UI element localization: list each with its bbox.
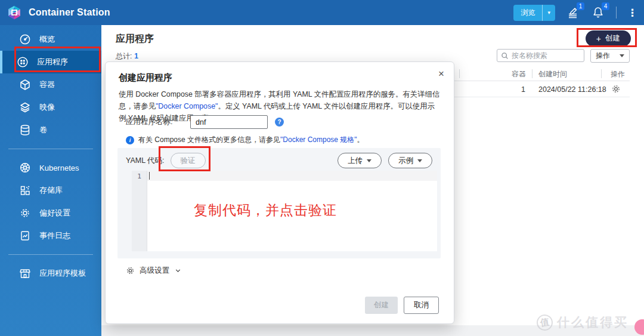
help-icon[interactable]: ? bbox=[275, 118, 284, 127]
editor-active-line bbox=[147, 171, 437, 181]
container-station-logo-icon bbox=[6, 5, 23, 20]
sidebar-item-applications[interactable]: 应用程序 bbox=[0, 51, 101, 73]
browse-caret-icon[interactable]: ▾ bbox=[542, 5, 555, 21]
info-text: 有关 Compose 文件格式的更多信息，请参见"Docker Compose … bbox=[138, 135, 364, 145]
dialog-cancel-button[interactable]: 取消 bbox=[404, 297, 439, 314]
plus-icon: + bbox=[596, 34, 601, 44]
yaml-section: YAML 代码: 验证 上传 示例 1 bbox=[117, 148, 441, 258]
sidebar-item-kubernetes[interactable]: Kubernetes bbox=[0, 156, 101, 179]
create-button-label: 创建 bbox=[605, 33, 620, 44]
application-name-row: 应用程序名称: ? bbox=[126, 115, 284, 129]
topbar-divider bbox=[616, 7, 617, 19]
dialog-footer: 创建 取消 bbox=[365, 297, 439, 314]
sidebar-item-event-logs[interactable]: 事件日志 bbox=[0, 224, 101, 247]
dialog-title: 创建应用程序 bbox=[119, 72, 172, 84]
background-tasks-button[interactable]: 1 bbox=[566, 5, 580, 20]
cell-created: 2024/05/22 11:26:18 bbox=[538, 85, 606, 94]
sidebar-item-preferences[interactable]: 偏好设置 bbox=[0, 202, 101, 224]
example-button-label: 示例 bbox=[398, 156, 413, 166]
info-text-part: 有关 Compose 文件格式的更多信息，请参见 bbox=[138, 135, 280, 144]
column-divider bbox=[459, 69, 460, 78]
sidebar-item-app-templates[interactable]: 应用程序模板 bbox=[0, 262, 101, 285]
registry-icon bbox=[19, 184, 31, 196]
chevron-down-icon bbox=[417, 159, 422, 162]
yaml-code-editor[interactable]: 1 bbox=[132, 171, 437, 251]
line-number: 1 bbox=[137, 172, 141, 180]
topbar: Container Station 浏览 ▾ 1 4 ⋮ bbox=[0, 0, 644, 25]
validate-button[interactable]: 验证 bbox=[171, 153, 206, 168]
cell-containers: 1 bbox=[521, 85, 525, 94]
close-icon[interactable]: × bbox=[438, 69, 444, 79]
chevron-down-icon bbox=[367, 159, 371, 162]
docker-compose-link[interactable]: "Docker Compose" bbox=[156, 102, 218, 110]
total-count: 总计:1 bbox=[116, 51, 138, 61]
sidebar-item-label: 映像 bbox=[39, 102, 55, 113]
sidebar: 概览 应用程序 容器 映像 卷 Kubernetes 存储库 bbox=[0, 25, 101, 336]
helm-wheel-icon bbox=[19, 162, 31, 174]
chevron-down-icon bbox=[174, 267, 182, 275]
application-name-input[interactable] bbox=[190, 115, 268, 129]
advanced-settings-toggle[interactable]: 高级设置 bbox=[126, 266, 182, 276]
page-bottom-strip bbox=[101, 325, 644, 336]
actions-dropdown-label: 操作 bbox=[596, 51, 610, 61]
search-icon bbox=[501, 52, 509, 60]
gauge-icon bbox=[19, 33, 31, 45]
sidebar-item-label: 应用程序 bbox=[37, 57, 68, 67]
gear-icon bbox=[19, 207, 31, 219]
gear-icon bbox=[126, 266, 135, 275]
sidebar-item-label: Kubernetes bbox=[39, 164, 79, 172]
apps-grid-icon bbox=[17, 56, 29, 68]
column-divider bbox=[601, 69, 602, 78]
validate-button-label: 验证 bbox=[181, 156, 196, 166]
sidebar-item-label: 事件日志 bbox=[39, 230, 70, 241]
sidebar-item-registries[interactable]: 存储库 bbox=[0, 179, 101, 202]
compose-info-row: i 有关 Compose 文件格式的更多信息，请参见"Docker Compos… bbox=[126, 135, 364, 145]
alerts-badge: 4 bbox=[602, 2, 609, 10]
upload-button[interactable]: 上传 bbox=[338, 153, 382, 168]
editor-cursor bbox=[149, 172, 150, 180]
upload-button-label: 上传 bbox=[348, 156, 363, 166]
create-application-dialog: 创建应用程序 × 使用 Docker Compose 部署多容器应用程序，其利用… bbox=[105, 61, 454, 324]
total-label: 总计: bbox=[116, 52, 132, 60]
actions-dropdown[interactable]: 操作 bbox=[590, 49, 630, 63]
browse-button[interactable]: 浏览 ▾ bbox=[513, 5, 555, 21]
application-name-label: 应用程序名称: bbox=[126, 117, 190, 127]
column-divider bbox=[532, 69, 532, 78]
sidebar-item-label: 概览 bbox=[39, 34, 55, 45]
advanced-settings-label: 高级设置 bbox=[140, 266, 169, 276]
search-input[interactable] bbox=[512, 51, 577, 60]
editor-code-area[interactable] bbox=[147, 171, 437, 251]
total-value: 1 bbox=[134, 52, 138, 60]
sidebar-divider bbox=[8, 149, 93, 149]
sidebar-item-label: 容器 bbox=[39, 79, 55, 90]
notifications-button[interactable]: 4 bbox=[591, 5, 605, 20]
chevron-down-icon bbox=[620, 54, 624, 57]
dialog-create-button[interactable]: 创建 bbox=[365, 297, 398, 314]
column-header-containers[interactable]: 容器 bbox=[512, 69, 526, 79]
sidebar-item-overview[interactable]: 概览 bbox=[0, 28, 101, 51]
row-actions-gear-icon[interactable] bbox=[611, 84, 621, 94]
yaml-code-label: YAML 代码: bbox=[126, 156, 165, 166]
create-button[interactable]: + 创建 bbox=[586, 30, 631, 47]
more-menu-button[interactable]: ⋮ bbox=[627, 7, 636, 19]
column-header-created[interactable]: 创建时间 bbox=[538, 69, 567, 79]
editor-gutter: 1 bbox=[132, 171, 147, 251]
topbar-actions: 浏览 ▾ 1 4 ⋮ bbox=[513, 5, 636, 21]
log-document-icon bbox=[19, 230, 31, 242]
database-icon bbox=[19, 124, 31, 136]
column-header-actions: 操作 bbox=[611, 69, 625, 79]
layers-icon bbox=[19, 101, 31, 113]
docker-compose-spec-link[interactable]: "Docker Compose 规格" bbox=[280, 135, 357, 144]
sidebar-item-volumes[interactable]: 卷 bbox=[0, 119, 101, 141]
sidebar-divider bbox=[8, 254, 93, 255]
sidebar-item-containers[interactable]: 容器 bbox=[0, 73, 101, 96]
search-box[interactable] bbox=[497, 49, 584, 62]
storefront-icon bbox=[19, 267, 31, 279]
browse-button-label[interactable]: 浏览 bbox=[513, 5, 542, 21]
yaml-toolbar: YAML 代码: 验证 上传 示例 bbox=[126, 152, 432, 169]
cube-icon bbox=[19, 79, 31, 91]
example-button[interactable]: 示例 bbox=[388, 153, 432, 168]
info-icon: i bbox=[126, 136, 134, 144]
sidebar-item-images[interactable]: 映像 bbox=[0, 96, 101, 119]
sidebar-item-label: 卷 bbox=[39, 125, 47, 135]
